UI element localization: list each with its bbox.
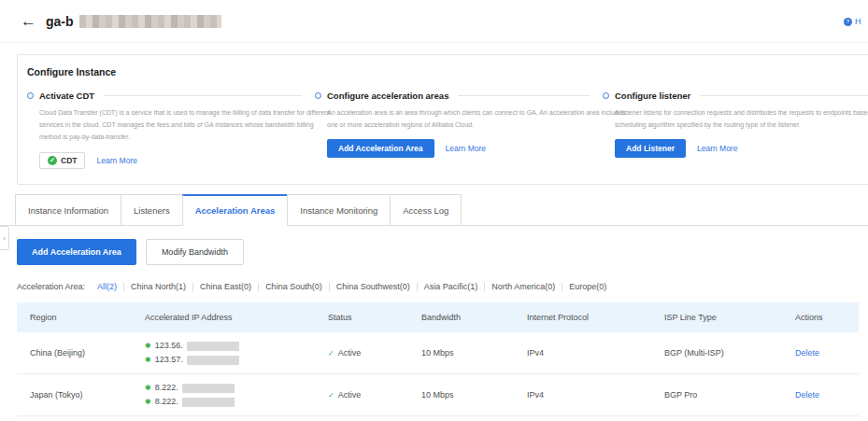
tabs: Instance InformationListenersAcceleratio… <box>0 194 868 226</box>
column-header-accelerated-ip-address: Accelerated IP Address <box>145 313 328 322</box>
step-configure-listener: Configure listener A listener listens fo… <box>603 90 868 171</box>
toolbar: Add Acceleration Area Modify Bandwidth <box>0 226 868 265</box>
step-description: A listener listens for connection reques… <box>615 106 868 131</box>
filter-option-china-southwest-0-[interactable]: China Southwest(0) <box>330 282 417 291</box>
column-header-isp-line-type: ISP Line Type <box>664 313 795 322</box>
internet-protocol-cell: IPv4 <box>527 390 664 400</box>
ip-green-asterisk-icon: ✱ <box>145 385 151 392</box>
status-check-icon: ✓ <box>328 349 334 358</box>
table-header-row: RegionAccelerated IP AddressStatusBandwi… <box>17 302 859 332</box>
step-description-line: services in the cloud. CDT manages the f… <box>39 119 315 131</box>
ip-green-asterisk-icon: ✱ <box>145 399 151 406</box>
add-acceleration-area-toolbar-button[interactable]: Add Acceleration Area <box>17 239 136 265</box>
internet-protocol-cell: IPv4 <box>527 348 664 358</box>
ip-prefix: 8.222. <box>155 381 178 395</box>
step-description-line: Cloud Data Transfer (CDT) is a service t… <box>39 106 315 119</box>
column-header-status: Status <box>328 313 421 322</box>
step-description-line: An acceleration area is an area through … <box>327 106 603 119</box>
isp-line-type-cell: BGP (Multi-ISP) <box>664 348 795 358</box>
redacted-ip-suffix <box>187 356 239 365</box>
column-header-region: Region <box>17 313 145 322</box>
cdt-toggle-button[interactable]: ✓ CDT <box>39 152 85 169</box>
status-badge: Active <box>338 390 362 400</box>
step-description-line: method is pay-by-data-transfer. <box>39 131 315 143</box>
add-acceleration-area-button[interactable]: Add Acceleration Area <box>327 139 434 158</box>
filter-option-china-south-0-[interactable]: China South(0) <box>259 282 329 291</box>
status-badge: Active <box>338 348 362 358</box>
page-title: ga-b <box>46 14 221 29</box>
filter-option-north-america-0-[interactable]: North America(0) <box>485 282 562 291</box>
bandwidth-cell: 10 Mbps <box>421 390 527 400</box>
delete-link[interactable]: Delete <box>795 390 819 400</box>
region-cell: China (Beijing) <box>17 348 145 358</box>
ip-prefix: 123.56. <box>155 339 183 353</box>
accelerated-ip-line: ✱8.222. <box>145 381 328 395</box>
status-check-icon: ✓ <box>328 391 334 400</box>
help-link[interactable]: ? H <box>844 17 861 26</box>
filter-label: Acceleration Area: <box>17 282 85 291</box>
column-header-actions: Actions <box>795 313 859 322</box>
learn-more-link[interactable]: Learn More <box>697 144 737 153</box>
step-title: Configure listener <box>615 91 690 101</box>
bandwidth-cell: 10 Mbps <box>421 348 527 358</box>
status-cell: ✓ Active <box>328 390 421 400</box>
tab-listeners[interactable]: Listeners <box>121 194 183 226</box>
configure-steps: Activate CDT Cloud Data Transfer (CDT) i… <box>27 90 868 171</box>
status-cell: ✓ Active <box>328 348 421 358</box>
step-header: Activate CDT <box>27 90 315 101</box>
chevron-left-icon: ‹ <box>3 234 6 243</box>
panel-collapse-handle[interactable]: ‹ <box>0 226 9 250</box>
step-action: ✓ CDT Learn More <box>39 150 315 171</box>
step-action: Add Acceleration Area Learn More <box>327 138 603 159</box>
acceleration-areas-table: RegionAccelerated IP AddressStatusBandwi… <box>17 302 859 416</box>
help-label-clipped: H <box>855 17 861 26</box>
card-title: Configure Instance <box>27 66 868 77</box>
step-description-line: one or more acceleration regions of Alib… <box>327 119 603 131</box>
learn-more-link[interactable]: Learn More <box>446 144 486 153</box>
tab-instance-information[interactable]: Instance Information <box>15 194 121 226</box>
step-divider-line <box>700 95 868 96</box>
step-description-line: scheduling algorithm specified by the ro… <box>615 119 868 131</box>
filter-options: All(2)China North(1)China East(0)China S… <box>91 282 613 291</box>
actions-cell: Delete <box>795 390 859 400</box>
step-configure-acceleration-areas: Configure acceleration areas An accelera… <box>315 90 603 171</box>
accelerated-ip-cell: ✱123.56.✱123.57. <box>145 339 328 367</box>
add-listener-button[interactable]: Add Listener <box>615 139 686 158</box>
redacted-ip-suffix <box>182 398 235 407</box>
accelerated-ip-cell: ✱8.222.✱8.222. <box>145 381 328 409</box>
acceleration-area-filter: Acceleration Area: All(2)China North(1)C… <box>17 282 868 291</box>
delete-link[interactable]: Delete <box>795 348 819 358</box>
tabs-bar: Instance InformationListenersAcceleratio… <box>0 194 868 226</box>
cdt-chip-label: CDT <box>61 156 77 165</box>
step-description-line: A listener listens for connection reques… <box>615 106 868 119</box>
step-description: Cloud Data Transfer (CDT) is a service t… <box>39 106 315 143</box>
accelerated-ip-line: ✱123.57. <box>145 353 328 367</box>
step-header: Configure listener <box>603 90 868 101</box>
learn-more-link[interactable]: Learn More <box>96 156 136 165</box>
tab-acceleration-areas[interactable]: Acceleration Areas <box>182 194 289 226</box>
step-divider-line <box>104 95 302 96</box>
tab-access-log[interactable]: Access Log <box>390 194 462 226</box>
step-header: Configure acceleration areas <box>315 90 603 101</box>
isp-line-type-cell: BGP Pro <box>664 390 795 400</box>
filter-option-china-east-0-[interactable]: China East(0) <box>193 282 258 291</box>
step-title: Configure acceleration areas <box>327 91 448 101</box>
back-arrow-icon[interactable]: ← <box>21 13 36 29</box>
page-header: ← ga-b <box>0 0 868 43</box>
redacted-ip-suffix <box>187 342 239 351</box>
step-circle-icon <box>315 92 321 99</box>
accelerated-ip-line: ✱8.222. <box>145 395 328 409</box>
filter-option-china-north-1-[interactable]: China North(1) <box>124 282 192 291</box>
ip-prefix: 8.222. <box>155 395 178 409</box>
column-header-internet-protocol: Internet Protocol <box>527 313 664 322</box>
filter-option-all-2-[interactable]: All(2) <box>91 282 123 291</box>
redacted-ip-suffix <box>182 384 235 393</box>
modify-bandwidth-button[interactable]: Modify Bandwidth <box>146 239 244 265</box>
filter-option-europe-0-[interactable]: Europe(0) <box>562 282 613 291</box>
filter-option-asia-pacific-1-[interactable]: Asia Pacific(1) <box>418 282 485 291</box>
tab-instance-monitoring[interactable]: Instance Monitoring <box>287 194 391 226</box>
region-cell: Japan (Tokyo) <box>17 390 145 400</box>
green-check-icon: ✓ <box>48 156 57 165</box>
step-activate-cdt: Activate CDT Cloud Data Transfer (CDT) i… <box>27 90 315 171</box>
ip-prefix: 123.57. <box>155 353 183 367</box>
